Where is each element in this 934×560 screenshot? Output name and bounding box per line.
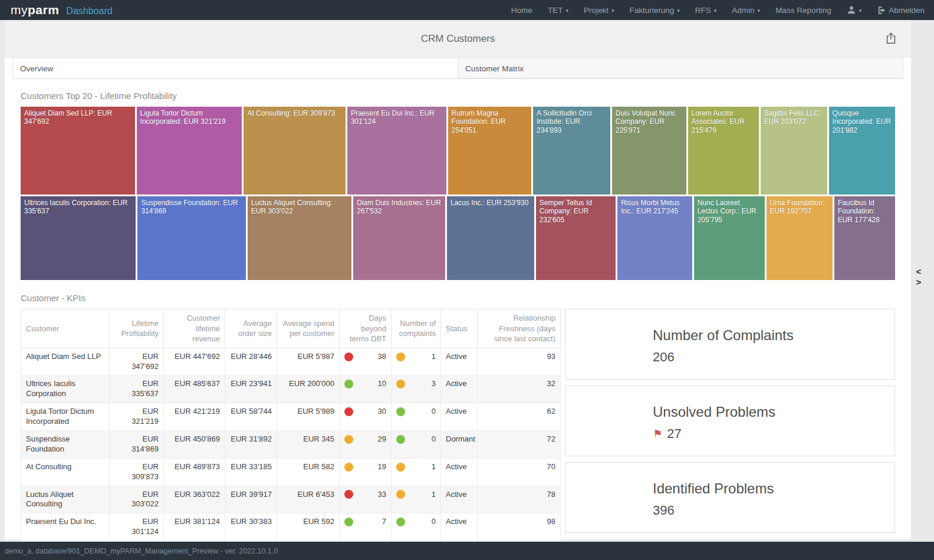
pane-controls: < > — [913, 266, 924, 288]
cell-avg_order_size: EUR 28'446 — [225, 348, 277, 375]
treemap-cell[interactable]: Lacus Inc.: EUR 253'930 — [447, 196, 534, 280]
treemap-cell[interactable]: Faucibus Id Foundation: EUR 177'428 — [834, 196, 895, 280]
treemap-cell[interactable]: Ligula Tortor Dictum Incorporated: EUR 3… — [137, 107, 242, 195]
status-bar: demo_a, database/901_DEMO_myPARM_Managem… — [0, 542, 934, 560]
cell-lifetime_profitability: EUR 314'869 — [110, 430, 164, 458]
user-menu[interactable]: ▾ — [847, 5, 862, 15]
treemap-cell-label: Ligula Tortor Dictum Incorporated: EUR 3… — [137, 107, 242, 129]
column-header[interactable]: Customer lifetime revenue — [164, 309, 225, 348]
card-title: Number of Complaints — [653, 327, 889, 344]
treemap-cell[interactable]: Diam Duis Industries: EUR 267'532 — [353, 196, 445, 280]
status-dot-green-icon — [396, 518, 405, 526]
nav-item-mass-reporting[interactable]: Mass Reporting — [775, 6, 831, 15]
status-dot-green-icon — [396, 435, 405, 444]
status-dot-yellow-icon — [396, 353, 405, 361]
tab-customer-matrix[interactable]: Customer Matrix — [458, 58, 903, 78]
summary-card-number-of-complaints: Number of Complaints206 — [565, 309, 895, 380]
status-dot-red-icon — [344, 353, 353, 361]
treemap-cell-label: At Consulting: EUR 309'873 — [244, 107, 346, 120]
cell-freshness: 72 — [478, 430, 561, 458]
column-header[interactable]: Customer — [21, 309, 110, 348]
column-header[interactable]: Number of complaints — [392, 309, 441, 348]
treemap-cell[interactable]: Risus Morbi Metus Inc.: EUR 217'245 — [617, 196, 692, 280]
treemap-cell[interactable]: Aliquet Diam Sed LLP: EUR 347'692 — [21, 107, 135, 195]
treemap-cell[interactable]: Quisque Incorporated: EUR 201'882 — [829, 107, 895, 195]
tab-overview[interactable]: Overview — [13, 58, 458, 78]
nav-item-home[interactable]: Home — [511, 6, 532, 15]
treemap-cell[interactable]: Rutrum Magna Foundation: EUR 254'051 — [448, 107, 531, 195]
main-panel: CRM Customers OverviewCustomer Matrix Cu… — [5, 20, 911, 539]
table-row[interactable]: Ligula Tortor Dictum IncorporatedEUR 321… — [21, 403, 561, 431]
app-logo[interactable]: myparm Dashboard — [0, 3, 113, 17]
nav-item-projekt[interactable]: Projekt▾ — [584, 6, 614, 15]
chevron-down-icon: ▾ — [565, 8, 568, 14]
cell-dbt: 30 — [340, 403, 392, 431]
card-number: 206 — [653, 350, 675, 365]
treemap-cell[interactable]: Luctus Aliquet Consulting: EUR 303'022 — [248, 196, 351, 280]
column-header[interactable]: Average spend per customer — [277, 309, 340, 348]
status-dot-yellow-icon — [396, 463, 405, 472]
cell-complaints: 0 — [392, 513, 441, 541]
treemap-cell[interactable]: Praesent Eu Dui Inc.: EUR 301'124 — [347, 107, 446, 195]
nav-item-rfs[interactable]: RFS▾ — [695, 6, 717, 15]
table-row[interactable]: At ConsultingEUR 309'873EUR 489'873EUR 3… — [21, 458, 561, 486]
expand-right-chevron-icon[interactable]: > — [916, 277, 922, 288]
summary-card-identified-problems: Identified Problems396 — [565, 462, 895, 533]
collapse-left-chevron-icon[interactable]: < — [916, 266, 922, 277]
cell-avg_order_size: EUR 39'917 — [225, 486, 277, 513]
treemap-cell-label: Lorem Auctor Associates: EUR 215'479 — [688, 107, 759, 137]
cell-status: Active — [441, 486, 478, 513]
logout-button[interactable]: Abmelden — [877, 6, 925, 15]
cell-lifetime_revenue: EUR 381'124 — [164, 513, 225, 541]
treemap-cell[interactable]: Semper Tellus Id Company: EUR 232'605 — [536, 196, 616, 280]
treemap-cell[interactable]: A Sollicitudin Orci Institute: EUR 234'8… — [533, 107, 610, 195]
status-dot-yellow-icon — [344, 435, 353, 444]
cell-avg_spend: EUR 345 — [277, 430, 340, 458]
column-header[interactable]: Average order size — [225, 309, 277, 348]
treemap-cell[interactable]: Duis Volutpat Nunc Company: EUR 225'971 — [612, 107, 686, 195]
cell-avg_spend: EUR 5'987 — [277, 348, 340, 375]
table-row[interactable]: Praesent Eu Dui Inc.EUR 301'124EUR 381'1… — [21, 513, 561, 541]
treemap-cell[interactable]: At Consulting: EUR 309'873 — [244, 107, 346, 195]
table-row[interactable]: Ultrices Iaculis CorporationEUR 335'637E… — [21, 375, 561, 403]
cell-freshness: 32 — [478, 375, 561, 403]
table-row[interactable]: Aliquet Diam Sed LLPEUR 347'692EUR 447'6… — [21, 348, 561, 375]
cell-status: Active — [441, 513, 478, 541]
cell-value: 0 — [432, 407, 436, 417]
nav-item-admin[interactable]: Admin▾ — [732, 6, 760, 15]
logo-parm: parm — [28, 3, 59, 17]
column-header[interactable]: Lifetime Profitability — [110, 309, 164, 348]
treemap-cell-label: Rutrum Magna Foundation: EUR 254'051 — [448, 107, 531, 137]
table-row[interactable]: Luctus Aliquet ConsultingEUR 303'022EUR … — [21, 486, 561, 513]
treemap-cell[interactable]: Lorem Auctor Associates: EUR 215'479 — [688, 107, 759, 195]
treemap-cell[interactable]: Urna Foundation: EUR 192'707 — [767, 196, 833, 280]
card-value: ⚑27 — [653, 426, 889, 442]
cell-lifetime_profitability: EUR 301'124 — [110, 513, 164, 541]
user-icon — [847, 5, 856, 15]
treemap-cell[interactable]: Sagittis Felis LLC: EUR 203'072 — [761, 107, 827, 195]
cell-lifetime_revenue: EUR 447'692 — [164, 348, 225, 375]
cell-avg_spend: EUR 582 — [277, 458, 340, 486]
cell-value: 0 — [432, 517, 436, 527]
column-header[interactable]: Status — [441, 309, 478, 348]
treemap-cell[interactable]: Ultrices Iaculis Corporation: EUR 335'63… — [21, 196, 136, 280]
table-row[interactable]: Suspendisse FoundationEUR 314'869EUR 450… — [21, 430, 561, 458]
cell-dbt: 38 — [340, 348, 392, 375]
share-button[interactable] — [884, 32, 898, 46]
nav-item-tet[interactable]: TET▾ — [548, 6, 568, 15]
report-title-bar: CRM Customers — [5, 20, 911, 58]
cell-complaints: 1 — [392, 458, 441, 486]
status-dot-yellow-icon — [344, 463, 353, 472]
logo-dashboard-label: Dashboard — [66, 6, 112, 17]
treemap-cell-label: Luctus Aliquet Consulting: EUR 303'022 — [248, 196, 351, 218]
treemap-cell-label: Urna Foundation: EUR 192'707 — [767, 196, 833, 218]
column-header[interactable]: Days beyond terms DBT — [340, 309, 392, 348]
column-header[interactable]: Relationship Freshness (days since last … — [478, 309, 561, 348]
summary-cards: Number of Complaints206Unsolved Problems… — [565, 309, 895, 533]
cell-status: Active — [441, 348, 478, 375]
treemap-cell[interactable]: Nunc Laoreet Lectus Corp.: EUR 205'795 — [694, 196, 765, 280]
nav-item-fakturierung[interactable]: Fakturierung▾ — [629, 6, 679, 15]
treemap-cell[interactable]: Suspendisse Foundation: EUR 314'869 — [137, 196, 245, 280]
cell-value: 38 — [378, 352, 386, 362]
cell-lifetime_revenue: EUR 363'022 — [164, 486, 225, 513]
